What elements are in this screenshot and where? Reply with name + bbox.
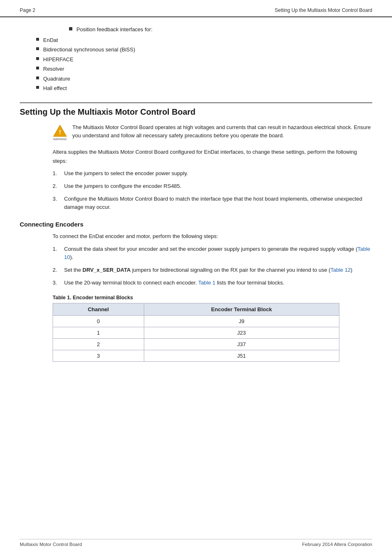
table-header-encoder-terminal-block: Encoder Terminal Block bbox=[144, 303, 339, 315]
table-link[interactable]: Table 12 bbox=[330, 267, 350, 273]
bullet-icon bbox=[69, 27, 72, 30]
section1-steps: 1.Use the jumpers to select the encoder … bbox=[53, 169, 372, 212]
step-number: 1. bbox=[53, 245, 64, 254]
bullet-icon bbox=[36, 57, 39, 60]
footer-left: Multiaxis Motor Control Board bbox=[20, 542, 82, 547]
table-cell: 2 bbox=[53, 338, 144, 350]
section1-para1: Altera supplies the Multiaxis Motor Cont… bbox=[53, 148, 372, 165]
step-text: Consult the data sheet for your encoder … bbox=[64, 245, 372, 262]
list-item: 1.Use the jumpers to select the encoder … bbox=[53, 169, 372, 178]
step-text: Use the jumpers to configure the encoder… bbox=[64, 182, 181, 191]
table-row: 1J23 bbox=[53, 327, 339, 338]
section2-heading: Connecting Encoders bbox=[20, 221, 372, 228]
step-text: Configure the Multiaxis Motor Control Bo… bbox=[64, 195, 372, 212]
warning-icon: ! WARNING WARNING bbox=[53, 124, 67, 137]
table-cell: 0 bbox=[53, 315, 144, 327]
table-row: 3J51 bbox=[53, 350, 339, 361]
step-number: 2. bbox=[53, 266, 64, 275]
list-item: Bidirectional synchronous serial (BiSS) bbox=[36, 46, 372, 54]
list-item: 3.Use the 20-way terminal block to conne… bbox=[53, 279, 372, 287]
table-link[interactable]: Table 1 bbox=[198, 280, 215, 286]
content-area: Position feedback interfaces for: EnDatB… bbox=[0, 25, 392, 362]
svg-text:!: ! bbox=[59, 129, 61, 135]
list-item: Resolver bbox=[36, 65, 372, 73]
bullet-icon bbox=[36, 76, 39, 79]
sub-bullet-text: Bidirectional synchronous serial (BiSS) bbox=[43, 46, 135, 54]
step-bold: DRV_x_SER_DATA bbox=[83, 267, 131, 273]
step-text: Use the 20-way terminal block to connect… bbox=[64, 279, 284, 287]
section2-steps: 1.Consult the data sheet for your encode… bbox=[53, 245, 372, 287]
table-cell: J37 bbox=[144, 338, 339, 350]
list-item: HIPERFACE bbox=[36, 56, 372, 64]
table-row: 2J37 bbox=[53, 338, 339, 350]
sub-bullet-text: Hall effect bbox=[43, 84, 67, 92]
table-header-row: Channel Encoder Terminal Block bbox=[53, 303, 339, 315]
sub-bullet-text: Quadrature bbox=[43, 75, 70, 83]
table-header-channel: Channel bbox=[53, 303, 144, 315]
step-text: Set the DRV_x_SER_DATA jumpers for bidir… bbox=[64, 266, 353, 275]
table-cell: J23 bbox=[144, 327, 339, 338]
warning-text: The Multiaxis Motor Control Board operat… bbox=[72, 123, 372, 141]
step-number: 3. bbox=[53, 195, 64, 204]
svg-text:WARNING: WARNING bbox=[55, 137, 65, 137]
bullet-icon bbox=[36, 67, 39, 69]
section2-para1: To connect the EnDat encoder and motor, … bbox=[53, 232, 372, 240]
table-link[interactable]: Table 10 bbox=[64, 246, 370, 261]
encoder-table: Channel Encoder Terminal Block 0J91J232J… bbox=[53, 303, 339, 362]
sub-bullet-list: EnDatBidirectional synchronous serial (B… bbox=[36, 36, 372, 92]
main-bullet-label: Position feedback interfaces for: bbox=[76, 25, 152, 34]
step-number: 3. bbox=[53, 279, 64, 287]
page-number: Page 2 bbox=[20, 7, 35, 13]
bullet-icon bbox=[36, 38, 39, 41]
warning-label: WARNING bbox=[53, 138, 67, 141]
list-item: Hall effect bbox=[36, 84, 372, 92]
intro-bullet-list: Position feedback interfaces for: bbox=[69, 25, 372, 34]
table-cell: J51 bbox=[144, 350, 339, 361]
page-container: Page 2 Setting Up the Multiaxis Motor Co… bbox=[0, 0, 392, 555]
header-title: Setting Up the Multiaxis Motor Control B… bbox=[275, 7, 372, 13]
bullet-icon bbox=[36, 86, 39, 89]
list-item: Position feedback interfaces for: bbox=[69, 25, 372, 34]
list-item: 3.Configure the Multiaxis Motor Control … bbox=[53, 195, 372, 212]
table-caption: Table 1. Encoder terminal Blocks bbox=[53, 295, 372, 301]
step-number: 1. bbox=[53, 169, 64, 178]
page-footer: Multiaxis Motor Control Board February 2… bbox=[20, 539, 372, 547]
step-text: Use the jumpers to select the encoder po… bbox=[64, 169, 188, 178]
table-body: 0J91J232J373J51 bbox=[53, 315, 339, 361]
table-cell: 3 bbox=[53, 350, 144, 361]
sub-bullet-text: EnDat bbox=[43, 36, 58, 44]
list-item: Quadrature bbox=[36, 75, 372, 83]
page-header: Page 2 Setting Up the Multiaxis Motor Co… bbox=[0, 0, 392, 17]
footer-right: February 2014 Altera Corporation bbox=[302, 542, 372, 547]
sub-bullet-text: Resolver bbox=[43, 65, 64, 73]
list-item: EnDat bbox=[36, 36, 372, 44]
warning-box: ! WARNING WARNING The Multiaxis Motor Co… bbox=[53, 123, 372, 141]
section1-heading: Setting Up the Multiaxis Motor Control B… bbox=[20, 102, 372, 117]
list-item: 1.Consult the data sheet for your encode… bbox=[53, 245, 372, 262]
table-cell: 1 bbox=[53, 327, 144, 338]
table-row: 0J9 bbox=[53, 315, 339, 327]
bullet-icon bbox=[36, 47, 39, 50]
list-item: 2.Set the DRV_x_SER_DATA jumpers for bid… bbox=[53, 266, 372, 275]
step-number: 2. bbox=[53, 182, 64, 191]
table-cell: J9 bbox=[144, 315, 339, 327]
list-item: 2.Use the jumpers to configure the encod… bbox=[53, 182, 372, 191]
sub-bullet-text: HIPERFACE bbox=[43, 56, 74, 64]
